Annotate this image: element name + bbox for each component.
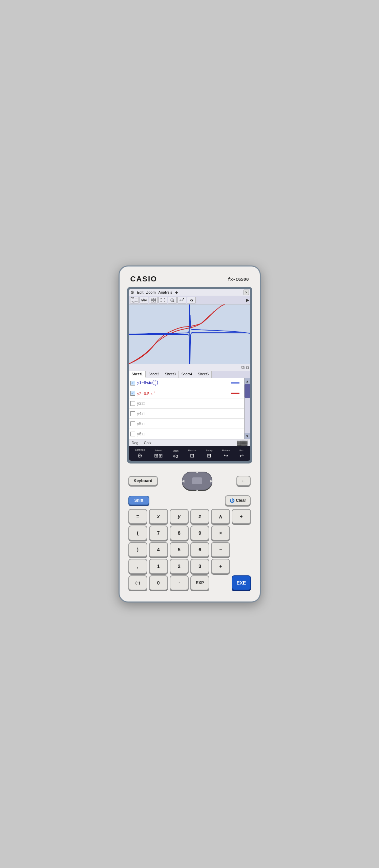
backspace-button[interactable]: ← <box>236 476 251 486</box>
scroll-up-button[interactable]: ▲ <box>245 378 250 384</box>
key-multiply[interactable]: × <box>211 526 230 540</box>
menu-btn-label: Menu <box>155 449 162 452</box>
dpad-right-button[interactable]: ▶ <box>210 479 213 483</box>
keyboard-button[interactable]: Keyboard <box>128 476 158 486</box>
scroll-thumb <box>245 384 250 398</box>
function-row-y6[interactable]: y6:□ <box>129 429 250 439</box>
settings-btn-label: Settings <box>135 448 145 451</box>
keypad-top-row: Keyboard ▲ ▼ ◀ ▶ ← <box>128 469 251 493</box>
key-x[interactable]: x <box>149 509 168 524</box>
tab-sheet4[interactable]: Sheet4 <box>179 371 195 378</box>
tab-sheet2[interactable]: Sheet2 <box>146 371 162 378</box>
brand-area: CASIO fx-CG500 <box>127 273 252 287</box>
key-5[interactable]: 5 <box>170 542 189 557</box>
resize-button[interactable] <box>159 297 167 303</box>
menu-items: Edit Zoom Analysis ◆ <box>137 290 241 295</box>
checkbox-y1[interactable]: ✓ <box>130 381 135 386</box>
key-4[interactable]: 4 <box>149 542 168 557</box>
key-2[interactable]: 2 <box>170 559 189 574</box>
menu-btn-icon[interactable]: ⊞⊞ <box>154 453 163 459</box>
function-row-y4[interactable]: y4:□ <box>129 409 250 419</box>
battery-icon: ▓▓▓ <box>237 440 248 446</box>
key-8[interactable]: 8 <box>170 526 189 540</box>
bottom-toolbar: Settings ⚙ Menu ⊞⊞ Main √α Resize ⊡ Swap <box>129 446 250 461</box>
toolbar-more-arrow[interactable]: ▶ <box>246 298 249 302</box>
toolbar: Y1:···Y2:··· xy ▶ <box>129 296 250 304</box>
tab-sheet3[interactable]: Sheet3 <box>162 371 179 378</box>
zoom-button[interactable] <box>168 297 177 303</box>
trace-button[interactable] <box>177 297 186 303</box>
calculator: CASIO fx-CG500 ⚙ Edit Zoom Analysis ◆ ✕ … <box>119 265 261 603</box>
key-equals[interactable]: = <box>128 509 147 524</box>
key-y[interactable]: y <box>170 509 189 524</box>
key-6[interactable]: 6 <box>190 542 209 557</box>
dpad-down-button[interactable]: ▼ <box>195 489 199 493</box>
key-comma[interactable]: , <box>128 559 147 574</box>
settings-icon[interactable]: ⚙ <box>130 290 134 295</box>
scroll-sidebar: ▲ ▼ <box>244 378 250 439</box>
close-button[interactable]: ✕ <box>244 290 249 295</box>
key-exe[interactable]: EXE <box>232 575 251 590</box>
key-0[interactable]: 0 <box>149 575 168 590</box>
key-7[interactable]: 7 <box>149 526 168 540</box>
dpad-center-button[interactable] <box>192 477 202 484</box>
swap-btn-icon[interactable]: ⊟ <box>207 453 211 459</box>
copy-icon-1[interactable]: ⧉ <box>241 364 245 370</box>
tab-sheet5[interactable]: Sheet5 <box>195 371 212 378</box>
function-row-y1[interactable]: ✓ y1=8·sin(2x) <box>129 378 250 388</box>
function-row-y2[interactable]: ✓ y2=0.5·x3 <box>129 388 250 398</box>
esc-btn-label: Esc <box>239 449 244 452</box>
checkbox-y2[interactable]: ✓ <box>130 391 135 396</box>
rotate-btn-icon[interactable]: ↪ <box>224 453 228 459</box>
menu-analysis[interactable]: Analysis <box>159 290 172 295</box>
main-btn-group: Main √α <box>173 449 178 459</box>
power-clear-button[interactable]: ⏻ Clear <box>225 495 251 506</box>
graph-area <box>129 304 250 364</box>
key-plus[interactable]: + <box>211 559 230 574</box>
keypad-area: Keyboard ▲ ▼ ◀ ▶ ← Shift ⏻ Clear = x <box>127 469 252 590</box>
key-grid-row4: , 1 2 3 + <box>128 559 251 574</box>
checkbox-y6[interactable] <box>130 432 135 436</box>
key-z[interactable]: z <box>190 509 209 524</box>
key-grid-row3: ) 4 5 6 − <box>128 542 251 557</box>
key-open-paren[interactable]: ( <box>128 526 147 540</box>
shift-button[interactable]: Shift <box>128 496 150 505</box>
function-row-y5[interactable]: y5:□ <box>129 419 250 429</box>
y12-button[interactable]: Y1:···Y2:··· <box>130 297 139 303</box>
key-minus[interactable]: − <box>211 542 230 557</box>
main-btn-icon[interactable]: √α <box>173 453 178 459</box>
key-1[interactable]: 1 <box>149 559 168 574</box>
scroll-down-button[interactable]: ▼ <box>245 433 250 439</box>
menu-btn-group: Menu ⊞⊞ <box>154 449 163 459</box>
checkbox-y3[interactable] <box>130 401 135 406</box>
checkbox-y4[interactable] <box>130 411 135 416</box>
key-3[interactable]: 3 <box>190 559 209 574</box>
brand-casio: CASIO <box>130 275 157 283</box>
key-negative[interactable]: (−) <box>128 575 147 590</box>
resize-btn-icon[interactable]: ⊡ <box>190 453 194 459</box>
formula-y3: y3:□ <box>137 401 145 406</box>
wave-button[interactable] <box>140 297 148 303</box>
menu-edit[interactable]: Edit <box>137 290 144 295</box>
checkbox-y5[interactable] <box>130 421 135 426</box>
formula-y1: y1=8·sin(2x) <box>137 379 159 387</box>
key-wedge[interactable]: ∧ <box>211 509 230 524</box>
dpad-up-button[interactable]: ▲ <box>195 470 199 474</box>
tab-sheet1[interactable]: Sheet1 <box>129 371 146 378</box>
key-close-paren[interactable]: ) <box>128 542 147 557</box>
function-row-y3[interactable]: y3:□ <box>129 398 250 409</box>
copy-icon-2[interactable]: ⧈ <box>246 364 249 370</box>
dpad-left-button[interactable]: ◀ <box>182 479 184 483</box>
key-exp[interactable]: EXP <box>190 575 209 590</box>
grid-button[interactable] <box>149 297 158 303</box>
scroll-track <box>245 384 250 433</box>
settings-btn-icon[interactable]: ⚙ <box>137 452 143 459</box>
key-9[interactable]: 9 <box>190 526 209 540</box>
xy-button[interactable]: xy <box>187 297 196 303</box>
esc-btn-icon[interactable]: ↩ <box>239 453 244 459</box>
key-divide[interactable]: ÷ <box>232 509 251 524</box>
menu-zoom[interactable]: Zoom <box>146 290 155 295</box>
screen-bezel: ⚙ Edit Zoom Analysis ◆ ✕ Y1:···Y2:··· <box>127 287 252 463</box>
key-dot[interactable]: · <box>170 575 189 590</box>
function-list: ✓ y1=8·sin(2x) ✓ y2=0.5·x3 <box>129 378 250 439</box>
